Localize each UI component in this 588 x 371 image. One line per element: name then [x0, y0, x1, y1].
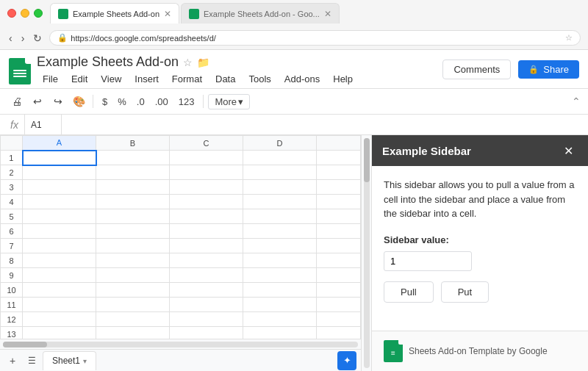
col-header-c[interactable]: C	[170, 136, 243, 151]
number-format-btn[interactable]: 123	[174, 95, 199, 109]
browser-tab-2[interactable]: Example Sheets Add-on - Goo... ✕	[181, 3, 340, 24]
row-header-3[interactable]: 3	[1, 180, 23, 195]
cell-D13[interactable]	[243, 327, 317, 339]
cell-D8[interactable]	[243, 253, 317, 268]
cell-E2[interactable]	[317, 165, 361, 180]
cell-C4[interactable]	[170, 195, 243, 209]
row-header-8[interactable]: 8	[1, 253, 23, 268]
cell-E1[interactable]	[317, 151, 361, 165]
cell-A4[interactable]	[23, 195, 96, 209]
cell-C10[interactable]	[170, 283, 243, 298]
cell-E12[interactable]	[317, 312, 361, 327]
menu-edit[interactable]: Edit	[65, 71, 93, 87]
tab-close-2[interactable]: ✕	[324, 9, 331, 19]
comments-button[interactable]: Comments	[442, 60, 511, 79]
more-button[interactable]: More ▾	[208, 94, 250, 109]
cell-B10[interactable]	[96, 283, 170, 298]
cell-C8[interactable]	[170, 253, 243, 268]
back-button[interactable]: ‹	[7, 31, 14, 46]
cell-A1[interactable]	[23, 151, 96, 165]
cell-D3[interactable]	[243, 180, 317, 195]
cell-E11[interactable]	[317, 298, 361, 312]
row-header-11[interactable]: 11	[1, 298, 23, 312]
cell-C12[interactable]	[170, 312, 243, 327]
cell-C2[interactable]	[170, 165, 243, 180]
row-header-1[interactable]: 1	[1, 151, 23, 165]
currency-btn[interactable]: $	[98, 95, 112, 109]
print-button[interactable]: 🖨	[7, 92, 26, 111]
cell-B9[interactable]	[96, 268, 170, 283]
explore-button[interactable]: ✦	[337, 351, 356, 370]
cell-B12[interactable]	[96, 312, 170, 327]
cell-B7[interactable]	[96, 239, 170, 253]
cell-D5[interactable]	[243, 209, 317, 224]
cell-D6[interactable]	[243, 224, 317, 239]
paint-format-button[interactable]: 🎨	[69, 92, 88, 111]
col-header-a[interactable]: A	[23, 136, 96, 151]
menu-addons[interactable]: Add-ons	[279, 71, 326, 87]
minimize-window-btn[interactable]	[21, 9, 29, 18]
menu-help[interactable]: Help	[327, 71, 359, 87]
add-sheet-button[interactable]: +	[4, 353, 21, 369]
cell-D1[interactable]	[243, 151, 317, 165]
row-header-12[interactable]: 12	[1, 312, 23, 327]
row-header-2[interactable]: 2	[1, 165, 23, 180]
row-header-13[interactable]: 13	[1, 327, 23, 339]
cell-A11[interactable]	[23, 298, 96, 312]
cell-E3[interactable]	[317, 180, 361, 195]
menu-format[interactable]: Format	[166, 71, 208, 87]
cell-A2[interactable]	[23, 165, 96, 180]
h-scroll-track[interactable]	[3, 342, 358, 347]
v-scroll-track[interactable]	[364, 138, 370, 368]
cell-B11[interactable]	[96, 298, 170, 312]
cell-B8[interactable]	[96, 253, 170, 268]
col-header-e[interactable]	[317, 136, 361, 151]
cell-A7[interactable]	[23, 239, 96, 253]
cell-D2[interactable]	[243, 165, 317, 180]
formula-input[interactable]	[62, 119, 584, 130]
cell-A13[interactable]	[23, 327, 96, 339]
col-header-b[interactable]: B	[96, 136, 170, 151]
cell-C11[interactable]	[170, 298, 243, 312]
refresh-button[interactable]: ↻	[32, 31, 43, 46]
percent-btn[interactable]: %	[113, 95, 131, 109]
close-window-btn[interactable]	[7, 9, 16, 18]
decimal1-btn[interactable]: .0	[132, 95, 149, 109]
cell-B3[interactable]	[96, 180, 170, 195]
cell-B6[interactable]	[96, 224, 170, 239]
cell-C6[interactable]	[170, 224, 243, 239]
cell-B2[interactable]	[96, 165, 170, 180]
row-header-4[interactable]: 4	[1, 195, 23, 209]
cell-A9[interactable]	[23, 268, 96, 283]
cell-E5[interactable]	[317, 209, 361, 224]
cell-reference[interactable]: A1	[25, 115, 62, 134]
sidebar-value-input[interactable]	[384, 251, 472, 271]
collapse-toolbar-button[interactable]: ⌃	[572, 96, 581, 107]
cell-C13[interactable]	[170, 327, 243, 339]
cell-A3[interactable]	[23, 180, 96, 195]
undo-button[interactable]: ↩	[28, 92, 47, 111]
row-header-7[interactable]: 7	[1, 239, 23, 253]
cell-E13[interactable]	[317, 327, 361, 339]
sheet-menu-button[interactable]: ☰	[24, 353, 40, 369]
cell-E8[interactable]	[317, 253, 361, 268]
cell-E9[interactable]	[317, 268, 361, 283]
cell-C5[interactable]	[170, 209, 243, 224]
cell-A8[interactable]	[23, 253, 96, 268]
put-button[interactable]: Put	[441, 281, 490, 303]
cell-A5[interactable]	[23, 209, 96, 224]
menu-insert[interactable]: Insert	[129, 71, 165, 87]
row-header-9[interactable]: 9	[1, 268, 23, 283]
redo-button[interactable]: ↪	[49, 92, 68, 111]
cell-D11[interactable]	[243, 298, 317, 312]
v-scroll-thumb[interactable]	[364, 138, 370, 182]
h-scroll-thumb[interactable]	[3, 342, 47, 347]
address-bar[interactable]: 🔒 https://docs.google.com/spreadsheets/d…	[49, 30, 581, 46]
menu-file[interactable]: File	[37, 71, 64, 87]
folder-icon[interactable]: 📁	[197, 57, 209, 68]
row-header-5[interactable]: 5	[1, 209, 23, 224]
maximize-window-btn[interactable]	[34, 9, 43, 18]
bookmark-icon[interactable]: ☆	[565, 33, 573, 43]
cell-E4[interactable]	[317, 195, 361, 209]
cell-B4[interactable]	[96, 195, 170, 209]
